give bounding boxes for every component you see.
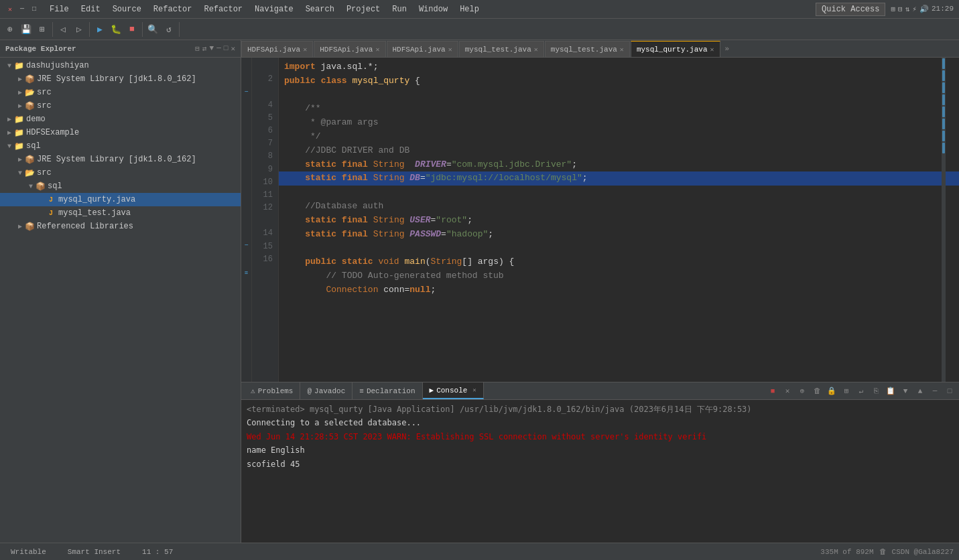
save-button[interactable]: 💾 [19, 22, 34, 37]
status-memory[interactable]: 335M of 892M [820, 548, 873, 556]
tab-console[interactable]: ▶ Console ✕ [423, 382, 484, 399]
stop-console-icon[interactable]: ■ [766, 384, 779, 398]
tree-item-src1[interactable]: ▶ 📂 src [0, 86, 241, 99]
code-editor[interactable]: − − ≡ 1 2 3 4 5 [241, 58, 959, 382]
next-error-icon[interactable]: ▼ [899, 384, 912, 398]
clear-console-icon[interactable]: 🗑 [810, 384, 824, 398]
word-wrap-icon[interactable]: ↵ [854, 384, 868, 398]
maximize-console-icon[interactable]: □ [943, 384, 956, 398]
tree-item-sql[interactable]: ▼ 📁 sql [0, 139, 241, 153]
tab-hdfsapi-1[interactable]: HDFSApi.java ✕ [241, 41, 313, 57]
perspectives-icon[interactable]: ⊞ [891, 5, 895, 13]
tab-mysql-qurty[interactable]: mysql_qurty.java ✕ [631, 41, 720, 57]
refresh-icon[interactable]: ↺ [162, 22, 176, 37]
tab-close-mysql-test-2[interactable]: ✕ [620, 46, 624, 54]
arrows-icon[interactable]: ⇅ [905, 5, 910, 13]
menu-navigate[interactable]: Navigate [249, 3, 299, 15]
menu-help[interactable]: Help [454, 3, 485, 15]
minimize-button[interactable]: ─ [17, 5, 27, 14]
menu-file[interactable]: File [44, 3, 74, 15]
tree-item-src2[interactable]: ▼ 📂 src [0, 166, 241, 180]
tab-overflow[interactable]: » [721, 41, 734, 57]
tree-item-reflibs1[interactable]: ▶ 📦 src [0, 99, 241, 113]
tab-close-mysql-test-1[interactable]: ✕ [534, 46, 538, 54]
expand-arrow-sql[interactable]: ▼ [5, 143, 13, 150]
tree-item-demo[interactable]: ▶ 📁 demo [0, 113, 241, 126]
menu-window[interactable]: Window [413, 3, 453, 15]
console-close-icon[interactable]: ✕ [472, 387, 476, 394]
menu-refactor1[interactable]: Refactor [148, 3, 198, 15]
status-insert-mode[interactable]: Smart Insert [62, 548, 126, 556]
maximize-panel-icon[interactable]: □ [224, 44, 229, 53]
tab-mysql-test-1[interactable]: mysql_test.java ✕ [459, 41, 544, 57]
paste-icon[interactable]: 📋 [884, 384, 897, 398]
quick-access-input[interactable]: Quick Access [816, 3, 885, 16]
prev-error-icon[interactable]: ▲ [913, 384, 927, 398]
tab-close-hdfsapi-3[interactable]: ✕ [448, 46, 452, 54]
tab-close-hdfsapi-2[interactable]: ✕ [375, 46, 379, 54]
next-button[interactable]: ▷ [72, 22, 86, 37]
gutter-fold-2[interactable]: − [241, 238, 251, 253]
expand-arrow-jre2[interactable]: ▶ [16, 155, 24, 163]
minimize-panel-icon[interactable]: ─ [216, 44, 221, 53]
tree-item-hdfsexample[interactable]: ▶ 📁 HDFSExample [0, 126, 241, 139]
menu-source[interactable]: Source [107, 3, 147, 15]
expand-arrow-sqlpkg[interactable]: ▼ [27, 183, 35, 190]
close-panel-icon[interactable]: ✕ [231, 44, 235, 53]
tree-item-dashujushiyan[interactable]: ▼ 📁 dashujushiyan [0, 59, 241, 72]
tab-close-mysql-qurty[interactable]: ✕ [710, 46, 714, 54]
expand-arrow-hdfsexample[interactable]: ▶ [5, 129, 13, 137]
gutter: − − ≡ [241, 58, 252, 382]
minimize-console-icon[interactable]: ─ [928, 384, 942, 398]
prev-button[interactable]: ◁ [56, 22, 70, 37]
search-icon[interactable]: 🔍 [145, 22, 160, 37]
new-button[interactable]: ⊕ [3, 22, 17, 37]
menu-edit[interactable]: Edit [76, 3, 106, 15]
expand-arrow-demo[interactable]: ▶ [5, 115, 13, 123]
copy-icon[interactable]: ⎘ [869, 384, 883, 398]
tree-item-reflibs2[interactable]: ▶ 📦 Referenced Libraries [0, 220, 241, 233]
scroll-lock-icon[interactable]: 🔒 [825, 384, 838, 398]
layout-icon[interactable]: ⊟ [898, 5, 903, 13]
status-position[interactable]: 11 : 57 [137, 548, 178, 556]
code-content[interactable]: import java.sql.*; public class mysql_qu… [279, 58, 959, 382]
stop-button[interactable]: ■ [125, 22, 139, 37]
gutter-fold-1[interactable]: − [241, 86, 251, 100]
tab-declaration[interactable]: ≡ Declaration [353, 382, 422, 399]
link-editor-icon[interactable]: ⇄ [202, 44, 207, 53]
collapse-all-icon[interactable]: ⊟ [195, 44, 200, 53]
menu-project[interactable]: Project [341, 3, 385, 15]
maximize-button[interactable]: □ [29, 5, 39, 14]
menu-refactor2[interactable]: Refactor [198, 3, 248, 15]
expand-arrow-reflibs2[interactable]: ▶ [16, 222, 24, 230]
tab-close-hdfsapi-1[interactable]: ✕ [303, 46, 307, 54]
pin-console-icon[interactable]: ⊕ [795, 384, 809, 398]
expand-arrow-dashujushiyan[interactable]: ▼ [5, 62, 13, 70]
expand-arrow-jre1[interactable]: ▶ [16, 75, 24, 83]
tree-item-mysql-qurty[interactable]: J mysql_qurty.java [0, 193, 241, 206]
new-console-icon[interactable]: ⊞ [840, 384, 853, 398]
panel-menu-icon[interactable]: ▼ [210, 44, 214, 53]
status-writable[interactable]: Writable [5, 548, 52, 556]
run-button[interactable]: ▶ [92, 22, 107, 37]
tree-item-sqlpkg[interactable]: ▼ 📦 sql [0, 180, 241, 193]
memory-icon[interactable]: 🗑 [879, 547, 887, 556]
tab-hdfsapi-3[interactable]: HDFSApi.java ✕ [387, 41, 458, 57]
close-button[interactable]: ✕ [5, 5, 15, 14]
expand-arrow-reflibs1[interactable]: ▶ [16, 102, 24, 110]
javadoc-icon: @ [307, 387, 312, 395]
save-all-button[interactable]: ⊞ [35, 22, 50, 37]
tab-problems[interactable]: ⚠ Problems [244, 382, 300, 399]
tab-javadoc[interactable]: @ Javadoc [300, 382, 353, 399]
menu-run[interactable]: Run [387, 3, 412, 15]
menu-search[interactable]: Search [300, 3, 340, 15]
tab-mysql-test-2[interactable]: mysql_test.java ✕ [545, 41, 630, 57]
debug-button[interactable]: 🐛 [109, 22, 123, 37]
tree-item-jre1[interactable]: ▶ 📦 JRE System Library [jdk1.8.0_162] [0, 72, 241, 86]
expand-arrow-src1[interactable]: ▶ [16, 88, 24, 96]
tree-item-jre2[interactable]: ▶ 📦 JRE System Library [jdk1.8.0_162] [0, 153, 241, 166]
expand-arrow-src2[interactable]: ▼ [16, 169, 24, 177]
tab-hdfsapi-2[interactable]: HDFSApi.java ✕ [314, 41, 385, 57]
close-console-icon[interactable]: ✕ [781, 384, 794, 398]
tree-item-mysql-test[interactable]: J mysql_test.java [0, 206, 241, 220]
